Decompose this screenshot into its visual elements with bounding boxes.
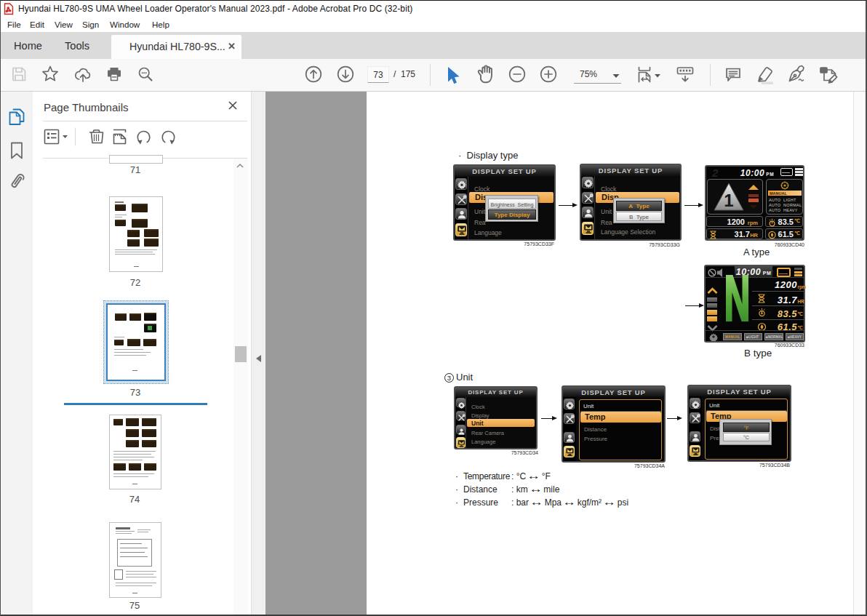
svg-text:1: 1 bbox=[724, 191, 733, 210]
